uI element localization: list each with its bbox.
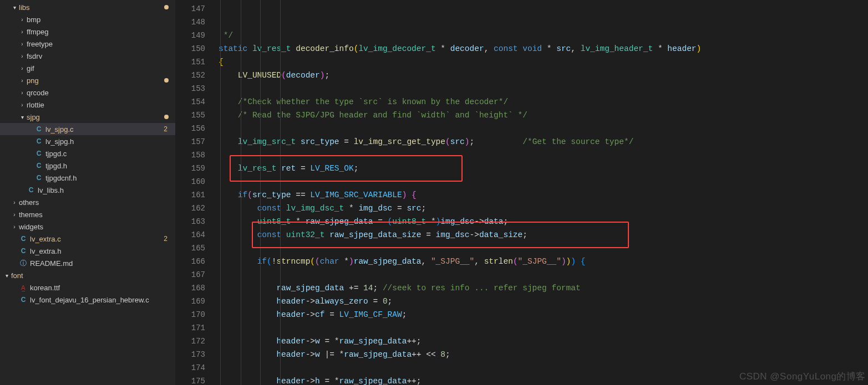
tree-item-font[interactable]: ▾font bbox=[0, 269, 175, 281]
code-line[interactable]: const uint32_t raw_sjpeg_data_size = img… bbox=[219, 228, 860, 242]
code-content[interactable]: */static lv_res_t decoder_info(lv_img_de… bbox=[219, 0, 860, 385]
tree-item-label: korean.ttf bbox=[30, 284, 175, 292]
code-line[interactable]: header->cf = LV_IMG_CF_RAW; bbox=[219, 308, 860, 321]
code-line[interactable] bbox=[219, 175, 860, 188]
code-line[interactable]: /* Read the SJPG/JPG header and find `wi… bbox=[219, 109, 860, 122]
c-file-icon: C bbox=[19, 247, 28, 255]
modified-badge: 2 bbox=[164, 125, 167, 133]
line-number: 166 bbox=[175, 255, 205, 268]
tree-item-lv-extra-c[interactable]: Clv_extra.c2 bbox=[0, 233, 175, 245]
tree-item-freetype[interactable]: ›freetype bbox=[0, 38, 175, 50]
tree-item-lv-libs-h[interactable]: Clv_libs.h bbox=[0, 184, 175, 196]
c-file-icon: C bbox=[34, 137, 43, 146]
code-line[interactable] bbox=[219, 361, 860, 374]
code-line[interactable]: uint8_t * raw_sjpeg_data = (uint8_t *)im… bbox=[219, 215, 860, 228]
tree-item-label: tjpgd.h bbox=[45, 162, 175, 170]
code-line[interactable]: header->h = *raw_sjpeg_data++; bbox=[219, 374, 860, 385]
code-line[interactable]: { bbox=[219, 55, 860, 69]
code-line[interactable] bbox=[219, 122, 860, 135]
code-line[interactable]: if(src_type == LV_IMG_SRC_VARIABLE) { bbox=[219, 188, 860, 202]
line-number: 160 bbox=[175, 175, 205, 188]
chevron-down-icon: ▾ bbox=[10, 3, 19, 12]
tree-item-png[interactable]: ›png bbox=[0, 74, 175, 86]
code-line[interactable]: if(!strncmp((char *)raw_sjpeg_data, "_SJ… bbox=[219, 255, 860, 268]
c-file-icon: C bbox=[19, 295, 28, 304]
code-line[interactable] bbox=[219, 82, 860, 95]
c-file-icon: C bbox=[34, 125, 43, 134]
tree-item-qrcode[interactable]: ›qrcode bbox=[0, 86, 175, 99]
code-line[interactable]: header->always_zero = 0; bbox=[219, 295, 860, 308]
line-number: 152 bbox=[175, 69, 205, 82]
modified-dot-icon bbox=[164, 78, 169, 83]
tree-item-label: ffmpeg bbox=[27, 28, 175, 36]
tree-item-label: qrcode bbox=[27, 89, 175, 97]
line-number: 151 bbox=[175, 55, 205, 69]
tree-item-label: bmp bbox=[27, 16, 175, 24]
tree-item-sjpg[interactable]: ▾sjpg bbox=[0, 111, 175, 123]
chevron-right-icon: › bbox=[18, 88, 27, 97]
tree-item-themes[interactable]: ›themes bbox=[0, 208, 175, 220]
code-line[interactable] bbox=[219, 268, 860, 281]
line-number: 172 bbox=[175, 335, 205, 348]
tree-item-gif[interactable]: ›gif bbox=[0, 62, 175, 74]
code-line[interactable]: header->w = *raw_sjpeg_data++; bbox=[219, 335, 860, 348]
code-line[interactable]: LV_UNUSED(decoder); bbox=[219, 69, 860, 82]
line-number: 154 bbox=[175, 95, 205, 109]
tree-item-label: libs bbox=[19, 3, 164, 12]
tree-item-lv-sjpg-h[interactable]: Clv_sjpg.h bbox=[0, 135, 175, 147]
tree-item-label: gif bbox=[27, 64, 175, 73]
tree-item-label: lv_extra.c bbox=[30, 235, 164, 243]
code-line[interactable]: */ bbox=[219, 29, 860, 42]
tree-item-lv-extra-h[interactable]: Clv_extra.h bbox=[0, 245, 175, 257]
line-number: 173 bbox=[175, 348, 205, 361]
tree-item-lv-font-dejavu-16-persian-hebrew-c[interactable]: Clv_font_dejavu_16_persian_hebrew.c bbox=[0, 294, 175, 306]
line-number: 157 bbox=[175, 135, 205, 148]
line-number: 168 bbox=[175, 281, 205, 295]
code-line[interactable] bbox=[219, 321, 860, 335]
tree-item-rlottie[interactable]: ›rlottie bbox=[0, 99, 175, 111]
chevron-right-icon: › bbox=[18, 76, 27, 85]
code-line[interactable]: raw_sjpeg_data += 14; //seek to res info… bbox=[219, 281, 860, 295]
line-number: 167 bbox=[175, 268, 205, 281]
line-number: 164 bbox=[175, 228, 205, 242]
code-line[interactable]: static lv_res_t decoder_info(lv_img_deco… bbox=[219, 42, 860, 55]
tree-item-korean-ttf[interactable]: A̲korean.ttf bbox=[0, 281, 175, 294]
code-line[interactable]: header->w |= *raw_sjpeg_data++ << 8; bbox=[219, 348, 860, 361]
tree-item-ffmpeg[interactable]: ›ffmpeg bbox=[0, 25, 175, 38]
tree-item-libs[interactable]: ▾libs bbox=[0, 1, 175, 13]
tree-item-label: lv_extra.h bbox=[30, 247, 175, 255]
line-number: 175 bbox=[175, 374, 205, 385]
chevron-down-icon: ▾ bbox=[2, 271, 11, 280]
tree-item-label: lv_libs.h bbox=[38, 186, 175, 194]
tree-item-readme-md[interactable]: ⓘREADME.md bbox=[0, 257, 175, 269]
tree-item-bmp[interactable]: ›bmp bbox=[0, 13, 175, 25]
code-line[interactable]: const lv_img_dsc_t * img_dsc = src; bbox=[219, 202, 860, 215]
code-line[interactable] bbox=[219, 148, 860, 162]
chevron-right-icon: › bbox=[18, 27, 27, 36]
code-line[interactable]: lv_res_t ret = LV_RES_OK; bbox=[219, 162, 860, 175]
tree-item-fsdrv[interactable]: ›fsdrv bbox=[0, 50, 175, 62]
modified-badge: 2 bbox=[164, 235, 167, 243]
tree-item-tjpgd-h[interactable]: Ctjpgd.h bbox=[0, 160, 175, 172]
line-number: 163 bbox=[175, 215, 205, 228]
tree-item-widgets[interactable]: ›widgets bbox=[0, 220, 175, 233]
line-number: 153 bbox=[175, 82, 205, 95]
line-number: 169 bbox=[175, 295, 205, 308]
tree-item-label: rlottie bbox=[27, 101, 175, 109]
chevron-right-icon: › bbox=[18, 15, 27, 24]
tree-item-label: fsdrv bbox=[27, 52, 175, 60]
tree-item-lv-sjpg-c[interactable]: Clv_sjpg.c2 bbox=[0, 123, 175, 135]
tree-item-label: png bbox=[27, 76, 164, 85]
modified-dot-icon bbox=[164, 115, 169, 119]
c-file-icon: C bbox=[34, 173, 43, 182]
code-line[interactable]: /*Check whether the type `src` is known … bbox=[219, 95, 860, 109]
tree-item-tjpgdcnf-h[interactable]: Ctjpgdcnf.h bbox=[0, 172, 175, 184]
code-editor[interactable]: 1471481491501511521531541551561571581591… bbox=[175, 0, 868, 385]
code-line[interactable]: lv_img_src_t src_type = lv_img_src_get_t… bbox=[219, 135, 860, 148]
file-explorer-sidebar[interactable]: ▾libs›bmp›ffmpeg›freetype›fsdrv›gif›png›… bbox=[0, 0, 175, 385]
code-line[interactable] bbox=[219, 242, 860, 255]
line-number-gutter: 1471481491501511521531541551561571581591… bbox=[175, 0, 219, 385]
tree-item-tjpgd-c[interactable]: Ctjpgd.c bbox=[0, 147, 175, 160]
tree-item-others[interactable]: ›others bbox=[0, 196, 175, 208]
editor-scrollbar[interactable] bbox=[860, 0, 868, 385]
